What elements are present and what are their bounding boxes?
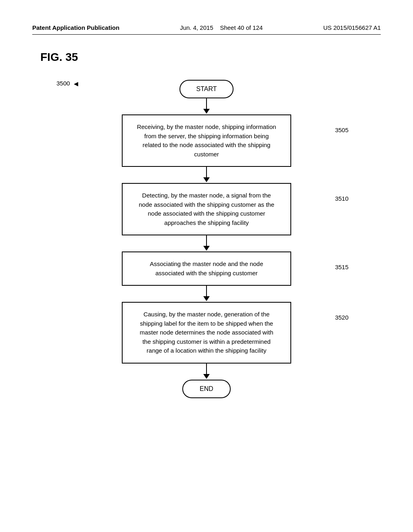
sheet-label: Sheet 40 of 124 (220, 24, 263, 31)
page-header: Patent Application Publication Jun. 4, 2… (32, 24, 381, 35)
end-node: END (182, 380, 231, 398)
step-3520-label: 3520 (335, 314, 348, 321)
end-node-wrapper: END (32, 380, 381, 398)
figure-title: FIG. 35 (40, 51, 381, 64)
page: Patent Application Publication Jun. 4, 2… (0, 0, 413, 532)
step-3505-wrapper: Receiving, by the master node, shipping … (32, 114, 381, 167)
diagram-id-label: 3500 ◄ (56, 80, 79, 88)
step-3505-label: 3505 (335, 127, 348, 133)
start-node-wrapper: 3500 ◄ START (32, 80, 381, 98)
step-3515-box: Associating the master node and the node… (122, 251, 291, 286)
date-sheet-label: Jun. 4, 2015 Sheet 40 of 124 (180, 24, 263, 31)
flowchart-diagram: 3500 ◄ START Receiving, by the master no… (32, 80, 381, 398)
arrow-indicator: ◄ (72, 80, 79, 88)
step-3515-label: 3515 (335, 264, 348, 270)
publication-label: Patent Application Publication (32, 24, 119, 31)
diagram-id-text: 3500 (56, 80, 70, 87)
date-label: Jun. 4, 2015 (180, 24, 213, 31)
step-3520-box: Causing, by the master node, generation … (122, 302, 291, 364)
start-node: START (179, 80, 234, 98)
step-3520-wrapper: Causing, by the master node, generation … (32, 302, 381, 364)
step-3515-wrapper: Associating the master node and the node… (32, 251, 381, 286)
step-3510-label: 3510 (335, 195, 348, 202)
step-3510-box: Detecting, by the master node, a signal … (122, 183, 291, 235)
step-3505-box: Receiving, by the master node, shipping … (122, 114, 291, 167)
patent-number-label: US 2015/0156627 A1 (323, 24, 381, 31)
step-3510-wrapper: Detecting, by the master node, a signal … (32, 183, 381, 235)
